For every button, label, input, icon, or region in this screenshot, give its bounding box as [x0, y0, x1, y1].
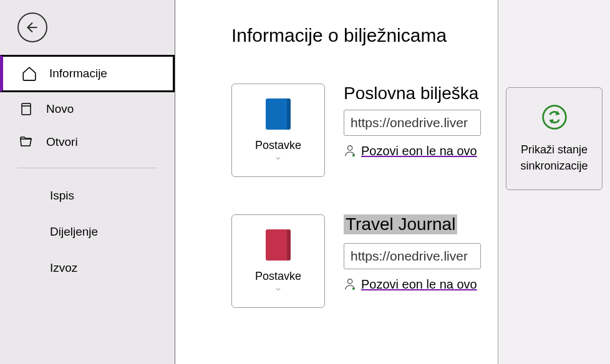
invite-text: Pozovi eon le na ovo: [361, 144, 477, 158]
page-title: Informacije o bilježnicama: [231, 25, 498, 46]
notebook-url-input[interactable]: https://onedrive.liver: [344, 243, 481, 269]
notebook-title-wrap: Travel Journal: [344, 214, 498, 243]
invite-link[interactable]: Pozovi eon le na ovo: [344, 277, 498, 292]
page-icon: [17, 101, 35, 117]
notebook-row: Postavke Travel Journal https://onedrive…: [231, 214, 498, 308]
invite-text: Pozovi eon le na ovo: [361, 277, 477, 292]
sidebar: Informacije Novo Otvori Ispis Dijeljenje…: [0, 0, 175, 364]
sidebar-item-info[interactable]: Informacije: [0, 55, 175, 92]
main-content: Informacije o bilježnicama Postavke Posl…: [175, 0, 498, 364]
svg-point-4: [543, 106, 566, 129]
svg-rect-0: [22, 103, 31, 115]
home-icon: [21, 65, 38, 82]
back-button[interactable]: [17, 12, 47, 42]
sidebar-item-label: Novo: [46, 102, 74, 116]
notebook-title: Poslovna bilješka: [344, 84, 498, 103]
right-panel: Prikaži stanje sinkronizacije: [498, 0, 610, 364]
person-add-icon: [344, 143, 357, 158]
sidebar-item-open[interactable]: Otvori: [0, 126, 175, 158]
person-add-icon: [344, 277, 357, 292]
notebook-url-input[interactable]: https://onedrive.liver: [344, 110, 481, 136]
notebook-info: Poslovna bilješka https://onedrive.liver…: [344, 84, 498, 158]
sidebar-subitem-label: Izvoz: [50, 261, 77, 274]
notebook-info: Travel Journal https://onedrive.liver Po…: [344, 214, 498, 292]
sync-label: Prikaži stanje sinkronizacije: [520, 142, 588, 173]
chevron-down-icon: [273, 285, 283, 293]
sidebar-item-label: Informacije: [49, 67, 107, 80]
svg-point-3: [347, 279, 352, 284]
back-arrow-icon: [24, 19, 41, 36]
notebook-icon: [266, 98, 291, 130]
sidebar-subitem-label: Ispis: [50, 189, 74, 202]
sidebar-subitem-label: Dijeljenje: [50, 225, 98, 238]
settings-button[interactable]: Postavke: [231, 214, 325, 308]
sync-status-button[interactable]: Prikaži stanje sinkronizacije: [506, 87, 603, 190]
settings-button[interactable]: Postavke: [231, 84, 325, 177]
settings-label: Postavke: [255, 139, 301, 152]
sync-icon: [541, 103, 568, 131]
notebook-title[interactable]: Travel Journal: [344, 214, 457, 234]
sidebar-subitem-print[interactable]: Ispis: [0, 178, 175, 214]
notebook-row: Postavke Poslovna bilješka https://onedr…: [231, 84, 498, 177]
settings-label: Postavke: [255, 270, 301, 283]
chevron-down-icon: [273, 155, 283, 162]
sidebar-item-label: Otvori: [46, 135, 78, 149]
folder-open-icon: [17, 135, 35, 150]
invite-link[interactable]: Pozovi eon le na ovo: [344, 143, 498, 158]
sidebar-subitem-share[interactable]: Dijeljenje: [0, 214, 175, 250]
notebook-icon: [266, 229, 291, 261]
sidebar-subitem-export[interactable]: Izvoz: [0, 250, 175, 286]
divider: [17, 168, 157, 168]
sidebar-item-new[interactable]: Novo: [0, 92, 175, 126]
svg-point-2: [347, 146, 352, 150]
